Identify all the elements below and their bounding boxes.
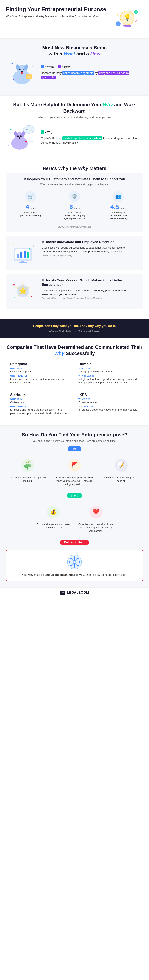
svg-text:⭐: ⭐: [19, 287, 27, 295]
company-patagonia: Patagonia What it is: Clothing company W…: [6, 358, 75, 389]
svg-text:🚩: 🚩: [71, 461, 79, 468]
svg-text:★: ★: [135, 11, 137, 13]
why-matters-title: Here's Why the Why Matters: [6, 165, 143, 172]
first-badge-row: First: [6, 446, 143, 454]
then-badge: Then,: [67, 493, 82, 498]
svg-text:+: +: [33, 245, 34, 247]
svg-rect-50: [17, 254, 19, 258]
starbucks-why: to 'inspire and nurture the human spirit…: [10, 408, 70, 415]
stats-grid: 🛒 4 times more likely topurchase somethi…: [10, 189, 139, 222]
company-starbucks: Starbucks What it is: Coffee chain Why i…: [6, 389, 75, 419]
svg-point-36: [21, 135, 21, 136]
tip-money-text: Explore whether you can make money doing…: [35, 523, 71, 530]
svg-point-88: [70, 558, 72, 559]
purchase-icon: 🛒: [25, 191, 37, 202]
stat1-label: more likely topurchase something: [11, 211, 51, 217]
when-text: When customers think a business has a st…: [10, 183, 139, 186]
starbucks-type: Coffee chain: [10, 401, 70, 404]
svg-text:👥: 👥: [115, 194, 121, 199]
careful-card: Your why must be unique and meaningful t…: [6, 550, 143, 581]
starbucks-type-label: What it is:: [10, 398, 70, 400]
footer: ⚖ LEGALZOOM: [0, 587, 149, 598]
tips-then-row: 💰 Explore whether you can make money doi…: [6, 503, 143, 535]
ikea-why-label: Why it exists:: [79, 405, 139, 408]
svg-text:🌱: 🌱: [26, 461, 30, 465]
innovation-source: Deloitte Culture of Purpose Survey: [42, 255, 139, 257]
careful-text: Your why must be unique and meaningful t…: [22, 573, 127, 577]
then-badge-row: Then,: [6, 493, 143, 501]
svg-text:✦: ✦: [12, 243, 14, 247]
patagonia-type-label: What it is:: [10, 367, 70, 370]
writedown-icon: 📝: [101, 458, 141, 474]
innovation-content: It Boosts Innovation and Employee Retent…: [42, 240, 139, 257]
barkery-example: Crystal's Barkery bakes healthy dog trea…: [41, 71, 143, 80]
innovation-title: It Boosts Innovation and Employee Retent…: [42, 240, 139, 244]
why-subtitle: Why does your business exist, and why do…: [6, 116, 143, 119]
tip-passions: 🚩 Consider what your passions were when …: [53, 457, 96, 488]
patagonia-why-label: Why it exists:: [10, 375, 70, 377]
legalzoom-logo: ⚖ LEGALZOOM: [3, 590, 146, 595]
starbucks-name: Starbucks: [10, 393, 70, 397]
innovation-card: ↑ ✦ + It Boosts Innovation and Employee …: [6, 236, 143, 270]
svg-text:↑: ↑: [29, 247, 30, 250]
svg-text:+: +: [8, 145, 9, 146]
svg-point-18: [21, 71, 23, 72]
svg-text:✦: ✦: [116, 13, 119, 16]
stat-protect: 🛡️ 6 times more likely toprotect the com…: [54, 189, 95, 222]
find-section: So How Do You Find Your Entrepreneur-pos…: [0, 426, 149, 587]
companies-grid: Patagonia What it is: Clothing company W…: [6, 358, 143, 419]
why-matters-section: Here's Why the Why Matters It Inspires Y…: [0, 159, 149, 319]
passion-content: It Boosts Your Passion, Which Makes You …: [42, 278, 139, 299]
tip-morning: 🌱 Ask yourself why you get up in the mor…: [6, 457, 50, 488]
tip-writedown-text: Write down all of the things you're good…: [101, 476, 141, 483]
companies-section: Companies That Have Determined and Commu…: [0, 338, 149, 425]
stat2-label: more likely toprotect the companyagainst…: [54, 211, 95, 220]
inspire-title: It Inspires Your Customers and Motivates…: [10, 177, 139, 181]
morning-icon: 🌱: [8, 458, 48, 474]
what-how-title: Most New Businesses Beginwith a What and…: [6, 45, 143, 57]
svg-text:✦: ✦: [11, 62, 13, 65]
find-title: So How Do You Find Your Entrepreneur-pos…: [6, 432, 143, 438]
stats-source: 2020 Zeno Strength of Purpose Trust: [10, 226, 139, 228]
why-color-box: [41, 130, 44, 134]
ikea-why: to 'create a better everyday life for th…: [79, 408, 139, 412]
svg-point-85: [74, 566, 75, 568]
hero-image: 💡 $ ★ PURPOSE ↗ ✦: [111, 6, 143, 34]
svg-rect-53: [27, 252, 29, 258]
company-ikea: IKEA What it is: Furniture retailer Why …: [75, 389, 143, 419]
passion-title: It Boosts Your Passion, Which Makes You …: [42, 278, 139, 287]
passion-image: ⭐ ♥ ♥ ✦ +: [10, 278, 38, 305]
company-bumble: Bumble What it is: Dating app/networking…: [75, 358, 143, 389]
svg-point-86: [69, 562, 70, 563]
bumble-type: Dating app/networking platform: [79, 370, 139, 373]
svg-text:✦: ✦: [10, 128, 12, 131]
legalzoom-text: LEGALZOOM: [67, 591, 89, 594]
careful-badge-row: But be careful...: [6, 539, 143, 548]
quote-author: —Simon Sinek, Author and Motivational Sp…: [8, 330, 141, 333]
patagonia-name: Patagonia: [10, 362, 70, 366]
svg-point-37: [18, 137, 21, 138]
svg-point-91: [70, 565, 72, 566]
ikea-type-label: What it is:: [79, 398, 139, 400]
money-icon: 💰: [35, 505, 71, 521]
dog-why-illustration: WHY? ♥ ✦ + +: [6, 123, 38, 153]
svg-text:♥: ♥: [25, 140, 27, 144]
tip-writedown: 📝 Write down all of the things you're go…: [99, 457, 143, 488]
svg-text:🛡️: 🛡️: [72, 194, 77, 199]
what-color-box: [41, 65, 44, 68]
bumble-type-label: What it is:: [79, 367, 139, 370]
stat1-number: 4: [26, 203, 29, 211]
svg-point-16: [20, 69, 21, 70]
svg-point-89: [77, 565, 79, 566]
ikea-type: Furniture retailer: [79, 401, 139, 404]
bumble-why-label: Why it exists:: [79, 375, 139, 377]
svg-point-92: [74, 561, 75, 563]
stat2-number: 6: [69, 203, 73, 211]
patagonia-why: to use business to protect nature and ca…: [10, 377, 70, 385]
innovation-text: Businesses with strong purposes tend to …: [42, 246, 139, 253]
svg-text:↗: ↗: [135, 19, 138, 22]
recommend-icon: 👥: [112, 191, 124, 202]
companies-title: Companies That Have Determined and Commu…: [6, 344, 143, 356]
bumble-name: Bumble: [79, 362, 139, 366]
svg-point-87: [79, 562, 80, 563]
